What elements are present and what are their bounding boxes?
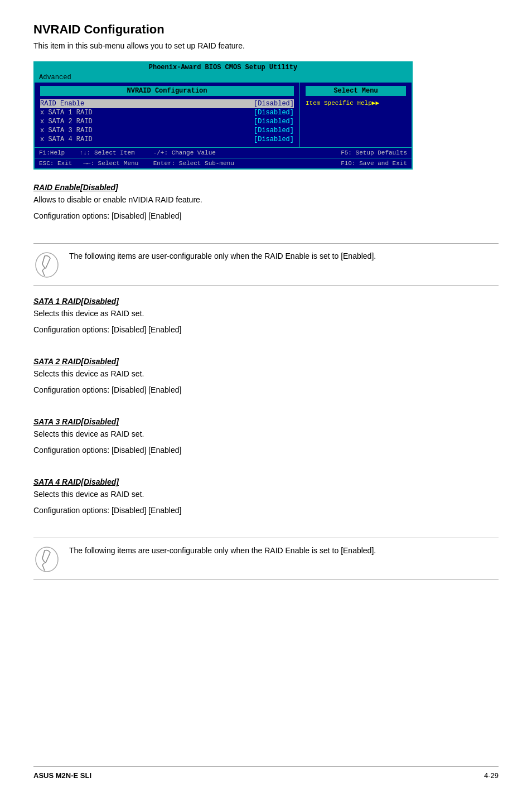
section-raid-enable: RAID Enable[Disabled]Allows to disable o… [33, 183, 499, 232]
section-line-0-0: Allows to disable or enable nVIDIA RAID … [33, 194, 499, 206]
section-line-1-1: Configuration options: [Disabled] [Enabl… [33, 324, 499, 336]
bios-body: NVRAID Configuration RAID Enable[Disable… [35, 83, 412, 147]
bios-item-value-2: [Disabled] [254, 118, 294, 125]
svg-line-2 [42, 268, 45, 270]
bios-right-title: Select Menu [306, 86, 406, 96]
bios-item-label-0: RAID Enable [40, 100, 84, 108]
bios-footer-f1: F1:Help ↑↓: Select Item -/+: Change Valu… [39, 149, 216, 156]
bios-item-0[interactable]: RAID Enable[Disabled] [40, 99, 294, 108]
note-text: The following items are user-configurabl… [69, 545, 376, 557]
bios-item-label-4: x SATA 4 RAID [40, 136, 93, 143]
section-heading-0: RAID Enable[Disabled] [33, 183, 499, 192]
section-line-1-0: Selects this device as RAID set. [33, 308, 499, 320]
section-heading-3: SATA 3 RAID[Disabled] [33, 417, 499, 426]
bios-item-4[interactable]: x SATA 4 RAID[Disabled] [40, 135, 294, 144]
bios-item-3[interactable]: x SATA 3 RAID[Disabled] [40, 126, 294, 135]
section-sata3-raid: SATA 3 RAID[Disabled]Selects this device… [33, 417, 499, 466]
section-line-2-0: Selects this device as RAID set. [33, 368, 499, 380]
bios-item-label-1: x SATA 1 RAID [40, 109, 93, 117]
bios-help-arrow: ▶▶ [372, 100, 379, 107]
footer-page: 4-29 [484, 771, 499, 780]
page-title: NVRAID Configuration [33, 22, 499, 37]
note-icon [33, 252, 60, 278]
bios-item-value-0: [Disabled] [254, 100, 294, 108]
bios-menu-advanced[interactable]: Advanced [39, 74, 71, 81]
svg-line-3 [42, 256, 45, 264]
note-icon [33, 546, 60, 573]
bios-title-bar: Phoenix-Award BIOS CMOS Setup Utility [35, 62, 412, 73]
bios-footer-esc: ESC: Exit →←: Select Menu Enter: Select … [39, 160, 234, 167]
section-heading-4: SATA 4 RAID[Disabled] [33, 477, 499, 486]
bios-menu-bar: Advanced [35, 73, 412, 83]
section-line-4-1: Configuration options: [Disabled] [Enabl… [33, 505, 499, 516]
section-sata4-raid: SATA 4 RAID[Disabled]Selects this device… [33, 477, 499, 526]
bios-footer-f5: F5: Setup Defaults [341, 149, 407, 156]
bios-footer2: ESC: Exit →←: Select Menu Enter: Select … [35, 158, 412, 168]
sections-container: RAID Enable[Disabled]Allows to disable o… [33, 183, 499, 526]
bios-item-value-4: [Disabled] [254, 136, 294, 143]
section-heading-2: SATA 2 RAID[Disabled] [33, 357, 499, 366]
bios-help-label: Item Specific Help [306, 100, 372, 107]
section-sata1-raid: SATA 1 RAID[Disabled]Selects this device… [33, 297, 499, 346]
bios-items-list: RAID Enable[Disabled]x SATA 1 RAID[Disab… [40, 99, 294, 144]
footer-brand: ASUS M2N-E SLI [33, 771, 91, 780]
section-heading-1: SATA 1 RAID[Disabled] [33, 297, 499, 306]
bios-item-1[interactable]: x SATA 1 RAID[Disabled] [40, 108, 294, 117]
note-box: The following items are user-configurabl… [33, 243, 499, 286]
bios-item-value-1: [Disabled] [254, 109, 294, 117]
bios-help-text: Item Specific Help▶▶ [306, 99, 406, 107]
section-line-3-1: Configuration options: [Disabled] [Enabl… [33, 445, 499, 456]
bios-item-value-3: [Disabled] [254, 127, 294, 134]
bios-main-panel: NVRAID Configuration RAID Enable[Disable… [35, 83, 300, 147]
svg-line-7 [42, 550, 45, 558]
section-sata2-raid: SATA 2 RAID[Disabled]Selects this device… [33, 357, 499, 406]
bios-item-label-3: x SATA 3 RAID [40, 127, 93, 134]
page-footer: ASUS M2N-E SLI 4-29 [33, 766, 499, 780]
bios-item-2[interactable]: x SATA 2 RAID[Disabled] [40, 117, 294, 126]
bios-screen: Phoenix-Award BIOS CMOS Setup Utility Ad… [33, 61, 413, 170]
bios-main-title: NVRAID Configuration [40, 86, 294, 96]
bios-footer: F1:Help ↑↓: Select Item -/+: Change Valu… [35, 147, 412, 158]
section-line-4-0: Selects this device as RAID set. [33, 489, 499, 500]
svg-line-5 [42, 565, 45, 571]
note-text: The following items are user-configurabl… [69, 250, 376, 262]
section-line-3-0: Selects this device as RAID set. [33, 428, 499, 440]
svg-line-1 [42, 270, 45, 276]
page-subtitle: This item in this sub-menu allows you to… [33, 41, 499, 50]
bios-right-panel: Select Menu Item Specific Help▶▶ [300, 83, 412, 147]
section-line-0-1: Configuration options: [Disabled] [Enabl… [33, 210, 499, 222]
note-box: The following items are user-configurabl… [33, 538, 499, 580]
bios-footer-f10: F10: Save and Exit [341, 160, 407, 167]
svg-line-6 [42, 563, 45, 565]
section-line-2-1: Configuration options: [Disabled] [Enabl… [33, 384, 499, 396]
bios-item-label-2: x SATA 2 RAID [40, 118, 93, 125]
